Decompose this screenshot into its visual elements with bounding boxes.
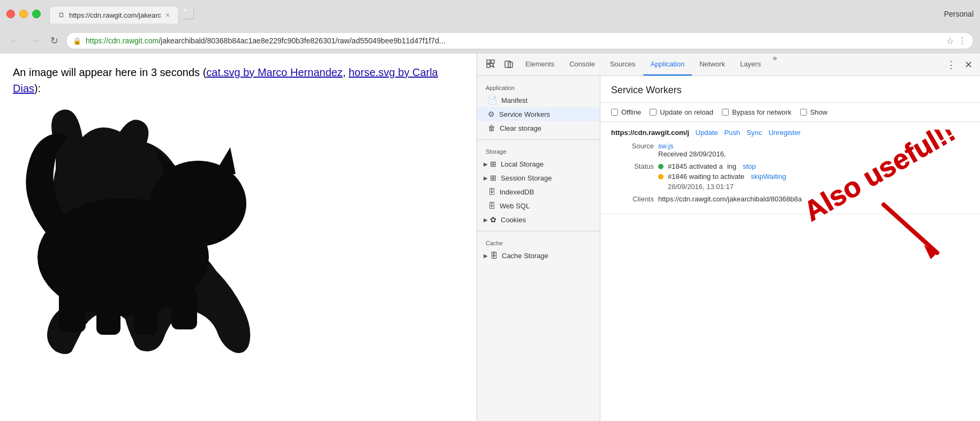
tab-console[interactable]: Console	[562, 54, 602, 76]
cat-image	[13, 105, 464, 364]
sw-status-row: Status #1845 activated a ing stop	[611, 162, 969, 191]
page-text-before: An image will appear here in 3 seconds (	[13, 66, 206, 78]
reload-button[interactable]: ↻	[47, 32, 62, 50]
svg-rect-6	[134, 297, 158, 335]
sw-status-2-date: 28/09/2016, 13:01:17	[668, 183, 734, 191]
update-on-reload-label: Update on reload	[660, 108, 713, 116]
clear-storage-icon: 🗑	[488, 124, 495, 132]
tab-elements[interactable]: Elements	[518, 54, 562, 76]
maximize-window-button[interactable]	[32, 10, 41, 18]
devtools-close-button[interactable]: ✕	[961, 56, 976, 74]
manifest-icon: 📄	[488, 96, 497, 104]
tab-title: https://cdn.rawgit.com/jakearc	[69, 11, 161, 19]
devtools-menu-button[interactable]: ⋮	[943, 56, 959, 74]
tab-layers[interactable]: Layers	[733, 54, 768, 76]
devtools-toolbar: Elements Console Sources Application Net…	[477, 54, 980, 76]
sw-skip-waiting-link[interactable]: skipWaiting	[751, 172, 786, 181]
sidebar-item-cache-storage[interactable]: ▶ 🗄 Cache Storage	[477, 249, 600, 262]
sidebar-item-session-storage-label: Session Storage	[501, 174, 552, 182]
web-sql-icon: 🗄	[488, 201, 495, 210]
sw-options-row: Offline Update on reload Bypass for netw…	[600, 103, 980, 122]
tab-application[interactable]: Application	[643, 54, 692, 76]
svg-rect-11	[491, 60, 494, 63]
show-option[interactable]: Show	[800, 108, 828, 116]
sw-unregister-link[interactable]: Unregister	[768, 129, 801, 137]
tab-close-button[interactable]: ×	[165, 11, 170, 19]
sidebar-item-web-sql-label: Web SQL	[500, 202, 530, 210]
sw-push-link[interactable]: Push	[724, 129, 740, 137]
url-path: /jakearchibald/80368b84ac1ae8e229fc90b3f…	[159, 36, 446, 45]
close-window-button[interactable]	[6, 10, 15, 18]
update-on-reload-checkbox[interactable]	[650, 109, 657, 116]
active-tab[interactable]: 🗋 https://cdn.rawgit.com/jakearc ×	[49, 6, 179, 24]
sw-entry: https://cdn.rawgit.com/j Update Push Syn…	[600, 122, 980, 214]
url-menu-icon[interactable]: ⋮	[958, 36, 967, 46]
tab-network[interactable]: Network	[692, 54, 733, 76]
sidebar-item-cookies[interactable]: ▶ ✿ Cookies	[477, 213, 600, 227]
cache-storage-icon: 🗄	[490, 251, 497, 260]
svg-rect-7	[59, 289, 86, 332]
ssl-lock-icon: 🔒	[73, 37, 81, 45]
sidebar-item-clear-storage[interactable]: 🗑 Clear storage	[477, 121, 600, 135]
sidebar-item-web-sql[interactable]: 🗄 Web SQL	[477, 199, 600, 213]
url-bar[interactable]: 🔒 https://cdn.rawgit.com/jakearchibald/8…	[66, 32, 974, 49]
tab-sources[interactable]: Sources	[602, 54, 643, 76]
offline-label: Offline	[621, 108, 641, 116]
sidebar-item-session-storage[interactable]: ▶ ⊞ Session Storage	[477, 171, 600, 185]
bypass-network-checkbox[interactable]	[722, 109, 729, 116]
new-tab-button[interactable]: ⬜	[179, 4, 198, 24]
minimize-window-button[interactable]	[19, 10, 28, 18]
sidebar-item-indexeddb[interactable]: 🗄 IndexedDB	[477, 185, 600, 199]
page-content: An image will appear here in 3 seconds (…	[0, 54, 477, 421]
sw-status-item-1: #1845 activated a ing stop	[658, 162, 756, 170]
sw-clients-label: Clients	[611, 195, 654, 203]
sw-update-link[interactable]: Update	[696, 129, 718, 137]
page-text-after: ):	[34, 82, 41, 94]
device-toolbar-button[interactable]	[500, 56, 518, 74]
sw-source-row: Source sw.js Received 28/09/2016,	[611, 142, 969, 158]
bypass-network-option[interactable]: Bypass for network	[722, 108, 791, 116]
back-button[interactable]: ←	[6, 32, 22, 50]
offline-option[interactable]: Offline	[611, 108, 641, 116]
tab-bar: 🗋 https://cdn.rawgit.com/jakearc × ⬜	[49, 4, 940, 24]
bypass-network-label: Bypass for network	[732, 108, 791, 116]
sidebar-section-storage-label: Storage	[477, 144, 600, 157]
url-text: https://cdn.rawgit.com/jakearchibald/803…	[86, 36, 940, 45]
devtools-main-panel: Service Workers Offline Update on reload	[600, 76, 980, 421]
svg-rect-12	[487, 64, 490, 67]
status-dot-yellow-icon	[658, 174, 664, 179]
panel-title: Service Workers	[611, 85, 969, 96]
show-label: Show	[810, 108, 828, 116]
session-storage-grid-icon: ⊞	[490, 174, 496, 182]
tab-favicon-icon: 🗋	[58, 11, 65, 19]
sidebar-item-manifest[interactable]: 📄 Manifest	[477, 93, 600, 107]
cat-link[interactable]: cat.svg by Marco Hernandez	[206, 66, 343, 78]
sidebar-item-cookies-label: Cookies	[501, 216, 526, 224]
page-link-sep: ,	[343, 66, 349, 78]
svg-rect-4	[161, 233, 193, 265]
update-on-reload-option[interactable]: Update on reload	[650, 108, 713, 116]
offline-checkbox[interactable]	[611, 109, 618, 116]
devtools-tabs: Elements Console Sources Application Net…	[518, 54, 943, 76]
sw-url-actions: Update Push Sync Unregister	[696, 129, 801, 137]
sw-source-label: Source	[611, 142, 654, 150]
show-checkbox[interactable]	[800, 109, 807, 116]
service-workers-icon: ⚙	[488, 110, 495, 118]
devtools-body: Application 📄 Manifest ⚙ Service Workers…	[477, 76, 980, 421]
sidebar-item-service-workers[interactable]: ⚙ Service Workers	[477, 107, 600, 121]
sidebar-item-service-workers-label: Service Workers	[499, 110, 550, 118]
svg-marker-3	[214, 147, 236, 174]
sw-url-row: https://cdn.rawgit.com/j Update Push Syn…	[611, 129, 969, 137]
profile-label: Personal	[944, 10, 974, 18]
forward-button[interactable]: →	[27, 32, 43, 50]
sidebar-item-indexeddb-label: IndexedDB	[500, 188, 534, 196]
sw-stop-link[interactable]: stop	[743, 162, 756, 170]
cat-svg-main	[5, 96, 295, 337]
bookmark-star-icon[interactable]: ☆	[946, 36, 954, 46]
inspect-element-button[interactable]	[481, 56, 500, 74]
sidebar-item-local-storage[interactable]: ▶ ⊞ Local Storage	[477, 157, 600, 171]
main-area: An image will appear here in 3 seconds (…	[0, 54, 980, 421]
sw-sync-link[interactable]: Sync	[747, 129, 762, 137]
more-tabs-button[interactable]: »	[768, 54, 781, 76]
sw-source-link[interactable]: sw.js	[658, 142, 673, 150]
